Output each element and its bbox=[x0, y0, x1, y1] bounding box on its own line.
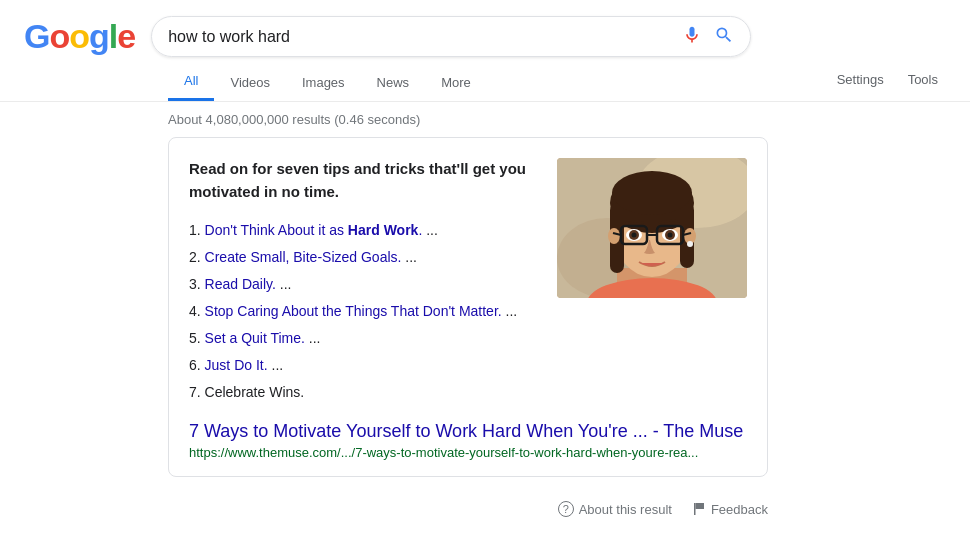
results-meta: About 4,080,000,000 results (0.46 second… bbox=[0, 102, 970, 137]
nav-item-all[interactable]: All bbox=[168, 63, 214, 101]
results-area: Read on for seven tips and tricks that'l… bbox=[0, 137, 900, 529]
featured-snippet: Read on for seven tips and tricks that'l… bbox=[168, 137, 768, 477]
search-button-icon[interactable] bbox=[714, 25, 734, 48]
result-link: 7 Ways to Motivate Yourself to Work Hard… bbox=[189, 420, 747, 460]
svg-point-13 bbox=[687, 241, 693, 247]
svg-point-10 bbox=[612, 171, 692, 215]
list-item-link[interactable]: Just Do It. bbox=[205, 357, 268, 373]
flag-icon bbox=[692, 503, 706, 515]
item-number: 1. bbox=[189, 222, 201, 238]
snippet-intro: Read on for seven tips and tricks that'l… bbox=[189, 158, 541, 203]
question-icon: ? bbox=[558, 501, 574, 517]
search-input[interactable] bbox=[168, 28, 682, 46]
result-footer: ? About this result Feedback bbox=[168, 489, 788, 529]
nav-right: Settings Tools bbox=[829, 68, 946, 97]
tools-link[interactable]: Tools bbox=[900, 68, 946, 91]
list-item-link[interactable]: Read Daily. bbox=[205, 276, 276, 292]
list-item-link[interactable]: Don't Think About it as Hard Work. bbox=[205, 222, 423, 238]
snippet-list: 1. Don't Think About it as Hard Work. ..… bbox=[189, 217, 541, 406]
result-url: https://www.themuse.com/.../7-ways-to-mo… bbox=[189, 445, 747, 460]
about-result-item[interactable]: ? About this result bbox=[558, 501, 672, 517]
snippet-image bbox=[557, 158, 747, 298]
results-count: About 4,080,000,000 results (0.46 second… bbox=[168, 112, 420, 127]
list-item-link[interactable]: Set a Quit Time. bbox=[205, 330, 305, 346]
nav-item-images[interactable]: Images bbox=[286, 65, 361, 100]
list-item: 1. Don't Think About it as Hard Work. ..… bbox=[189, 217, 541, 244]
list-item: 4. Stop Caring About the Things That Don… bbox=[189, 298, 541, 325]
svg-point-23 bbox=[632, 233, 637, 238]
list-item: 2. Create Small, Bite-Sized Goals. ... bbox=[189, 244, 541, 271]
header: Google bbox=[0, 0, 970, 57]
result-title[interactable]: 7 Ways to Motivate Yourself to Work Hard… bbox=[189, 421, 743, 441]
about-result-label: About this result bbox=[579, 502, 672, 517]
feedback-label: Feedback bbox=[711, 502, 768, 517]
snippet-content: Read on for seven tips and tricks that'l… bbox=[189, 158, 747, 406]
list-item: 7. Celebrate Wins. bbox=[189, 379, 541, 406]
settings-link[interactable]: Settings bbox=[829, 68, 892, 91]
list-item: 6. Just Do It. ... bbox=[189, 352, 541, 379]
nav-item-more[interactable]: More bbox=[425, 65, 487, 100]
snippet-text: Read on for seven tips and tricks that'l… bbox=[189, 158, 541, 406]
microphone-icon[interactable] bbox=[682, 25, 702, 48]
search-icons bbox=[682, 25, 734, 48]
google-logo: Google bbox=[24, 17, 135, 56]
nav-item-videos[interactable]: Videos bbox=[214, 65, 286, 100]
list-item: 5. Set a Quit Time. ... bbox=[189, 325, 541, 352]
nav-left: All Videos Images News More bbox=[168, 63, 487, 101]
list-item: 3. Read Daily. ... bbox=[189, 271, 541, 298]
search-bar[interactable] bbox=[151, 16, 751, 57]
nav-item-news[interactable]: News bbox=[361, 65, 426, 100]
feedback-item[interactable]: Feedback bbox=[692, 502, 768, 517]
svg-rect-25 bbox=[694, 503, 696, 515]
list-item-link[interactable]: Stop Caring About the Things That Don't … bbox=[205, 303, 502, 319]
svg-point-24 bbox=[668, 233, 673, 238]
list-item-link[interactable]: Create Small, Bite-Sized Goals. bbox=[205, 249, 402, 265]
nav-bar: All Videos Images News More Settings Too… bbox=[0, 57, 970, 102]
svg-point-11 bbox=[608, 228, 620, 244]
